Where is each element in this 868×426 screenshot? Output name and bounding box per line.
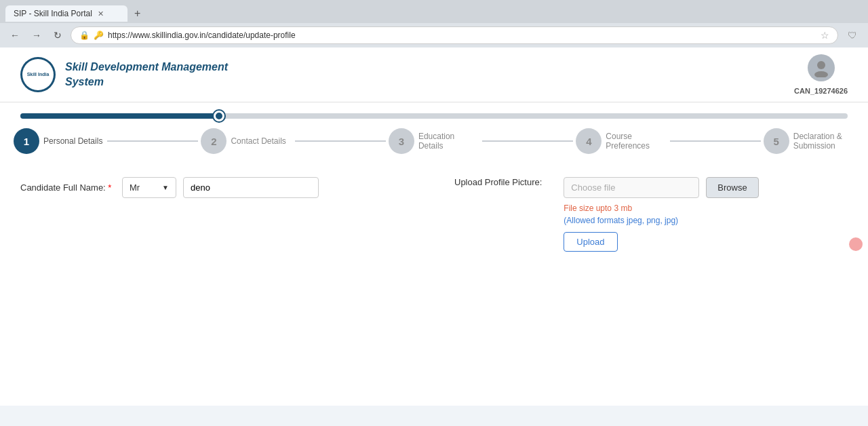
step-label-3: Education Details bbox=[418, 132, 479, 151]
required-marker: * bbox=[108, 182, 111, 193]
upload-profile-label: Upload Profile Picture: bbox=[454, 177, 542, 187]
tab-title: SIP - Skill India Portal bbox=[14, 9, 92, 18]
form-left: Candidate Full Name: * Mr ▼ bbox=[20, 177, 414, 252]
step-connector-2 bbox=[295, 140, 386, 142]
site-logo: Skill India bbox=[20, 57, 56, 92]
logo-text: Skill India bbox=[27, 72, 50, 77]
step-circle-3: 3 bbox=[389, 128, 414, 154]
step-label-4: Course Preferences bbox=[606, 132, 667, 151]
step-2[interactable]: 2 Contact Details bbox=[201, 128, 292, 154]
step-connector-1 bbox=[107, 140, 198, 142]
step-circle-4: 4 bbox=[576, 128, 601, 154]
browse-button[interactable]: Browse bbox=[706, 177, 758, 198]
step-4[interactable]: 4 Course Preferences bbox=[576, 128, 667, 154]
chevron-down-icon: ▼ bbox=[162, 184, 169, 191]
user-avatar bbox=[808, 54, 835, 81]
site-title-line2: System bbox=[65, 75, 228, 90]
step-1[interactable]: 1 Personal Details bbox=[14, 128, 104, 154]
progress-bar-fill bbox=[20, 113, 219, 119]
svg-point-0 bbox=[817, 61, 825, 69]
file-size-text: File size upto 3 mb bbox=[564, 204, 758, 213]
salutation-select[interactable]: Mr ▼ bbox=[122, 177, 176, 198]
step-5[interactable]: 5 Declaration & Submission bbox=[764, 128, 854, 154]
form-right: Upload Profile Picture: Choose file Brow… bbox=[454, 177, 848, 252]
step-3[interactable]: 3 Education Details bbox=[389, 128, 479, 154]
step-connector-3 bbox=[482, 140, 573, 142]
site-title-line1: Skill Development Management bbox=[65, 60, 228, 75]
url-text: https://www.skillindia.gov.in/candidate/… bbox=[108, 31, 816, 40]
site-header: Skill India Skill Development Management… bbox=[0, 47, 868, 102]
steps-section: 1 Personal Details 2 Contact Details 3 E… bbox=[0, 119, 868, 163]
address-bar[interactable]: 🔒 🔑 https://www.skillindia.gov.in/candid… bbox=[71, 26, 838, 44]
svg-point-1 bbox=[814, 71, 828, 77]
form-area: Candidate Full Name: * Mr ▼ Upload Profi… bbox=[0, 163, 868, 265]
back-button[interactable]: ← bbox=[7, 28, 23, 43]
salutation-value: Mr bbox=[130, 182, 140, 193]
reload-button[interactable]: ↻ bbox=[50, 28, 65, 43]
step-circle-5: 5 bbox=[764, 128, 789, 154]
progress-dot bbox=[214, 111, 224, 121]
step-label-1: Personal Details bbox=[43, 136, 102, 146]
bookmark-icon[interactable]: ☆ bbox=[821, 30, 829, 41]
tab-close-button[interactable]: ✕ bbox=[98, 9, 104, 18]
file-choose-area: Choose file Browse bbox=[564, 177, 758, 198]
step-circle-2: 2 bbox=[201, 128, 226, 154]
file-format-text: (Allowed formats jpeg, png, jpg) bbox=[564, 216, 758, 225]
upload-button[interactable]: Upload bbox=[564, 232, 617, 252]
choose-file-text: Choose file bbox=[564, 177, 699, 198]
progress-bar-background bbox=[20, 113, 848, 119]
progress-section bbox=[0, 102, 868, 119]
security-icon: 🔒 bbox=[79, 31, 90, 40]
browser-tab[interactable]: SIP - Skill India Portal ✕ bbox=[5, 5, 127, 22]
full-name-input[interactable] bbox=[183, 177, 319, 198]
step-label-2: Contact Details bbox=[231, 136, 285, 146]
file-info: File size upto 3 mb (Allowed formats jpe… bbox=[564, 204, 758, 252]
step-label-5: Declaration & Submission bbox=[793, 132, 854, 151]
candidate-name-row: Candidate Full Name: * Mr ▼ bbox=[20, 177, 414, 198]
lock-icon: 🔑 bbox=[94, 31, 104, 40]
new-tab-button[interactable]: + bbox=[127, 4, 147, 23]
step-circle-1: 1 bbox=[14, 128, 39, 154]
shield-icon[interactable]: 🛡 bbox=[848, 30, 857, 41]
forward-button[interactable]: → bbox=[28, 28, 45, 43]
step-connector-4 bbox=[670, 140, 761, 142]
scroll-hint-icon bbox=[849, 237, 863, 251]
user-id: CAN_19274626 bbox=[794, 87, 848, 95]
candidate-name-label: Candidate Full Name: * bbox=[20, 182, 115, 193]
